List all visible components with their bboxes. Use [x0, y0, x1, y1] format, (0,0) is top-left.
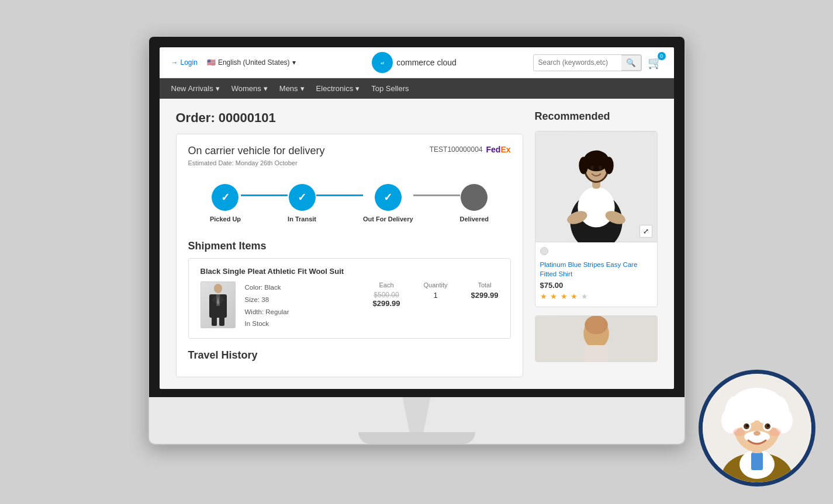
flag-icon: 🇺🇸: [207, 58, 216, 67]
nav-dropdown-icon-electronics: ▾: [355, 84, 360, 93]
step-label-delivered: Delivered: [460, 215, 489, 223]
top-bar-left: → Login 🇺🇸 English (United States) ▾: [171, 58, 296, 67]
svg-point-47: [767, 425, 769, 427]
commerce-cloud-text: commerce cloud: [396, 58, 457, 67]
top-bar-right: 🔍 🛒 0: [533, 54, 662, 71]
item-name: Black Single Pleat Athletic Fit Wool Sui…: [201, 267, 499, 276]
product-image-2: [535, 316, 657, 362]
item-width: Width: Regular: [245, 306, 364, 318]
svg-point-2: [214, 284, 222, 293]
nav-label-womens: Womens: [231, 84, 261, 93]
travel-history-title: Travel History: [188, 349, 511, 362]
total-label: Total: [471, 281, 499, 289]
color-swatch-1[interactable]: [540, 247, 548, 255]
product-price-1: $75.00: [540, 281, 652, 290]
nav-item-top-sellers[interactable]: Top Sellers: [371, 84, 409, 93]
monitor-stand-base: [358, 432, 475, 444]
nav-item-electronics[interactable]: Electronics ▾: [316, 84, 360, 93]
svg-rect-31: [751, 453, 763, 470]
item-row: Color: Black Size: 38 Width: Regular In …: [201, 281, 499, 330]
nav-bar: New Arrivals ▾ Womens ▾ Mens ▾ Electroni…: [160, 78, 674, 99]
step-circle-delivered: [461, 184, 488, 211]
svg-point-12: [578, 187, 614, 227]
shipment-section-title: Shipment Items: [188, 240, 511, 252]
svg-point-49: [733, 428, 745, 436]
step-out-for-delivery: ✓ Out For Delivery: [363, 184, 413, 223]
nav-item-new-arrivals[interactable]: New Arrivals ▾: [171, 84, 220, 93]
product-info-1: Platinum Blue Stripes Easy Care Fitted S…: [535, 258, 657, 307]
price-old: $500.00: [373, 291, 400, 299]
estimated-date: Estimated Date: Monday 26th October: [188, 159, 511, 166]
star-5-empty: ★: [581, 292, 589, 301]
each-label: Each: [373, 281, 400, 289]
svg-point-19: [579, 157, 588, 175]
step-label-picked-up: Picked Up: [210, 215, 241, 223]
quantity-value: 1: [424, 291, 448, 300]
svg-point-26: [585, 316, 608, 334]
connector-2: [316, 194, 363, 196]
screen: → Login 🇺🇸 English (United States) ▾ sf: [160, 47, 674, 389]
search-icon: 🔍: [626, 58, 636, 67]
order-title: Order: 00000101: [176, 110, 523, 126]
tracking-id: TEST100000004: [430, 145, 483, 154]
language-dropdown-icon: ▾: [292, 58, 296, 67]
star-3: ★: [561, 292, 568, 301]
total-value: $299.99: [471, 291, 499, 300]
step-in-transit: ✓ In Transit: [288, 184, 316, 223]
connector-3: [413, 194, 460, 196]
cart-badge: 0: [658, 52, 666, 60]
delivery-card: On carrier vehicle for delivery TEST1000…: [176, 134, 523, 377]
svg-point-46: [746, 425, 748, 427]
screen-bezel: → Login 🇺🇸 English (United States) ▾ sf: [149, 37, 685, 397]
shipment-card: Black Single Pleat Athletic Fit Wool Sui…: [188, 258, 511, 339]
progress-tracker: ✓ Picked Up ✓ In Transit ✓ Out: [188, 178, 511, 228]
svg-point-20: [604, 157, 613, 175]
product-image-1: ⤢: [535, 131, 657, 242]
salesforce-logo: sf: [372, 52, 393, 73]
language-selector[interactable]: 🇺🇸 English (United States) ▾: [207, 58, 296, 67]
item-color: Color: Black: [245, 281, 364, 294]
connector-1: [241, 194, 288, 196]
nav-label-top-sellers: Top Sellers: [371, 84, 409, 93]
step-label-in-transit: In Transit: [288, 215, 316, 223]
product-stars-1: ★ ★ ★ ★ ★: [540, 292, 652, 301]
order-section: Order: 00000101 On carrier vehicle for d…: [176, 110, 523, 377]
svg-point-50: [769, 428, 781, 436]
product-link-1[interactable]: Platinum Blue Stripes Easy Care Fitted S…: [540, 260, 652, 279]
product-card-2: [535, 315, 658, 362]
top-bar: → Login 🇺🇸 English (United States) ▾ sf: [160, 47, 674, 78]
product-card-1: ⤢ Platinum Blue Stripes Easy Care Fitted…: [535, 131, 658, 307]
login-button[interactable]: → Login: [171, 58, 198, 67]
nav-dropdown-icon-new-arrivals: ▾: [216, 84, 220, 93]
recommended-section: Recommended: [535, 110, 658, 377]
monitor-frame: → Login 🇺🇸 English (United States) ▾ sf: [148, 36, 686, 445]
svg-rect-9: [219, 315, 224, 326]
search-input[interactable]: [534, 55, 621, 69]
fedex-logo: FedEx: [486, 145, 510, 154]
einstein-bot[interactable]: [699, 370, 815, 486]
expand-icon-1[interactable]: ⤢: [640, 225, 652, 238]
svg-rect-27: [585, 345, 608, 362]
svg-point-21: [590, 166, 594, 170]
nav-label-mens: Mens: [279, 84, 298, 93]
nav-label-electronics: Electronics: [316, 84, 354, 93]
star-2: ★: [550, 292, 558, 301]
step-circle-picked-up: ✓: [212, 184, 239, 211]
item-details: Color: Black Size: 38 Width: Regular In …: [245, 281, 364, 330]
search-button[interactable]: 🔍: [621, 55, 641, 71]
main-content: Order: 00000101 On carrier vehicle for d…: [160, 99, 674, 389]
einstein-face: [703, 374, 811, 482]
cart-button[interactable]: 🛒 0: [648, 55, 662, 69]
login-label[interactable]: Login: [181, 58, 198, 67]
svg-rect-8: [212, 315, 217, 326]
recommended-title: Recommended: [535, 110, 658, 123]
delivery-status: On carrier vehicle for delivery: [188, 145, 325, 157]
nav-item-womens[interactable]: Womens ▾: [231, 84, 268, 93]
nav-item-mens[interactable]: Mens ▾: [279, 84, 305, 93]
price-new: $299.99: [373, 299, 400, 308]
tracking-info: TEST100000004 FedEx: [430, 145, 511, 154]
language-label: English (United States): [218, 58, 290, 67]
svg-point-48: [753, 431, 761, 436]
step-delivered: Delivered: [460, 184, 489, 223]
nav-dropdown-icon-womens: ▾: [264, 84, 268, 93]
